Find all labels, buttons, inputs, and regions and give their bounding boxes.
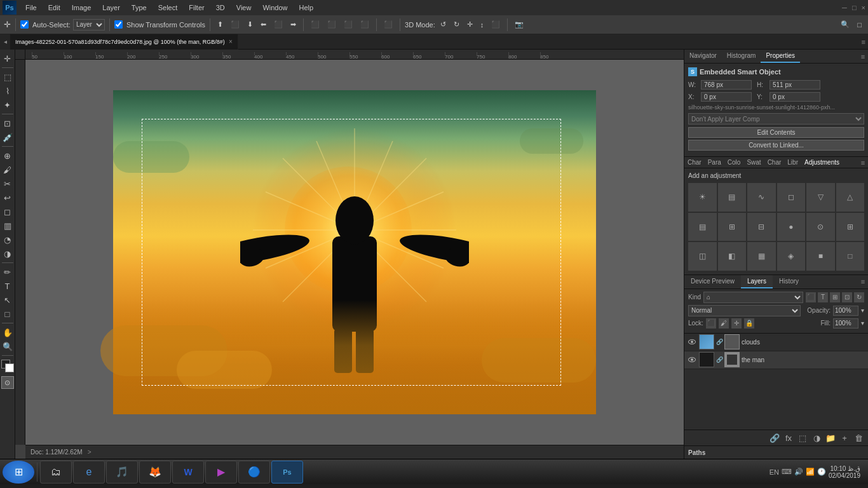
keyboard-icon[interactable]: ⌨ <box>782 468 792 476</box>
window-close[interactable]: × <box>862 4 865 11</box>
layer-visibility-theman[interactable] <box>687 355 697 365</box>
transform-controls-checkbox[interactable] <box>114 20 123 29</box>
3d-scale-btn[interactable]: ⬛ <box>489 19 503 30</box>
new-group-btn[interactable]: 📁 <box>825 432 836 444</box>
tab-adjustments[interactable]: Adjustments <box>801 157 843 168</box>
align-left-btn[interactable]: ⬅ <box>258 19 269 30</box>
align-right-btn[interactable]: ➡ <box>288 19 299 30</box>
auto-select-dropdown[interactable]: Layer Group <box>73 19 105 30</box>
3d-drag-btn[interactable]: ✛ <box>465 19 475 30</box>
distribute-btn4[interactable]: ⬛ <box>358 19 372 30</box>
menu-layer[interactable]: Layer <box>97 3 125 13</box>
adj-channelmix-btn[interactable]: ● <box>777 213 806 241</box>
tab-char[interactable]: Char <box>684 157 705 168</box>
start-button[interactable]: ⊞ <box>3 461 34 484</box>
spot-heal-btn[interactable]: ⊕ <box>1 149 14 162</box>
blend-mode-dropdown[interactable]: Normal <box>688 305 801 316</box>
w-input[interactable] <box>701 80 752 90</box>
menu-help[interactable]: Help <box>294 3 319 13</box>
tab-close[interactable]: × <box>229 38 233 45</box>
lock-all-btn[interactable]: 🔒 <box>744 318 754 329</box>
opacity-input[interactable] <box>833 306 858 316</box>
adj-exposure-btn[interactable]: ◻ <box>777 183 806 212</box>
tab-layers[interactable]: Layers <box>741 275 773 288</box>
menu-select[interactable]: Select <box>153 3 183 13</box>
distribute-btn2[interactable]: ⬛ <box>325 19 339 30</box>
tab-char2[interactable]: Char <box>764 157 785 168</box>
layers-panel-menu[interactable]: ≡ <box>858 275 868 288</box>
blur-btn[interactable]: ◔ <box>1 233 14 246</box>
tab-scroll-left[interactable]: ◂ <box>0 34 10 50</box>
3d-rotate-btn[interactable]: ↺ <box>438 19 449 30</box>
arrange-btn[interactable]: ⬛ <box>381 19 395 30</box>
adj-empty2-btn[interactable]: □ <box>836 242 865 271</box>
menu-type[interactable]: Type <box>126 3 152 13</box>
menu-image[interactable]: Image <box>67 3 97 13</box>
new-layer-btn[interactable]: + <box>839 432 850 444</box>
gradient-btn[interactable]: ▥ <box>1 219 14 232</box>
text-tool-btn[interactable]: T <box>1 280 14 292</box>
tab-histogram[interactable]: Histogram <box>722 50 761 63</box>
magic-wand-btn[interactable]: ✦ <box>1 98 14 111</box>
delete-layer-btn[interactable]: 🗑 <box>853 432 864 444</box>
adj-colorbalance-btn[interactable]: ▤ <box>688 213 717 241</box>
tab-navigator[interactable]: Navigator <box>684 50 722 63</box>
adj-gradient-btn[interactable]: ▦ <box>747 242 776 271</box>
menu-view[interactable]: View <box>231 3 257 13</box>
taskbar-word[interactable]: W <box>172 461 204 484</box>
eyedropper-btn[interactable]: 💉 <box>1 131 14 144</box>
align-hcenter-btn[interactable]: ⬛ <box>271 19 285 30</box>
clone-stamp-btn[interactable]: ✂ <box>1 177 14 190</box>
adj-vibrance-btn[interactable]: ▽ <box>806 183 835 212</box>
dodge-btn[interactable]: ◑ <box>1 247 14 260</box>
adj-bw-btn[interactable]: ⊞ <box>718 213 747 241</box>
taskbar-firefox[interactable]: 🦊 <box>139 461 171 484</box>
x-input[interactable] <box>701 92 752 102</box>
tab-para[interactable]: Para <box>705 157 724 168</box>
search-btn[interactable]: 🔍 <box>838 19 852 30</box>
taskbar-chrome[interactable]: 🔵 <box>238 461 270 484</box>
menu-filter[interactable]: Filter <box>184 3 209 13</box>
convert-to-linked-btn[interactable]: Convert to Linked... <box>688 140 864 151</box>
3d-slide-btn[interactable]: ↕ <box>478 20 487 30</box>
panel-menu-icon[interactable]: ≡ <box>862 38 865 46</box>
volume-icon[interactable]: 🔊 <box>794 468 803 476</box>
3d-roll-btn[interactable]: ↻ <box>451 19 462 30</box>
layer-link-theman[interactable]: 🔗 <box>716 352 722 367</box>
network-icon[interactable]: 📶 <box>806 468 815 476</box>
hand-tool-btn[interactable]: ✋ <box>1 326 14 339</box>
filter-adjust-btn[interactable]: T <box>818 292 828 302</box>
pen-tool-btn[interactable]: ✏ <box>1 266 14 278</box>
quick-mask-btn[interactable]: ⊙ <box>1 376 14 389</box>
tab-swatches[interactable]: Swat <box>743 157 764 168</box>
filter-refresh-btn[interactable]: ↻ <box>854 292 864 302</box>
taskbar-explorer[interactable]: 🗂 <box>40 461 72 484</box>
taskbar-ie[interactable]: e <box>73 461 105 484</box>
layer-visibility-clouds[interactable] <box>687 337 697 347</box>
canvas-content[interactable] <box>25 60 684 445</box>
workspace-btn[interactable]: □ <box>855 20 864 30</box>
tab-color[interactable]: Colo <box>724 157 744 168</box>
layer-item-theman[interactable]: 🔗 the man <box>684 351 868 369</box>
add-style-btn[interactable]: fx <box>783 432 794 444</box>
adj-colorlookup-btn[interactable]: ⊙ <box>806 213 835 241</box>
history-brush-btn[interactable]: ↩ <box>1 191 14 204</box>
align-vcenter-btn[interactable]: ⬛ <box>228 19 242 30</box>
menu-3d[interactable]: 3D <box>211 3 230 13</box>
panel-options-btn[interactable]: ≡ <box>858 50 868 63</box>
taskbar-media[interactable]: 🎵 <box>106 461 138 484</box>
adj-hs-btn[interactable]: △ <box>836 183 865 212</box>
move-tool-btn[interactable]: ✛ <box>1 52 14 65</box>
marquee-tool-btn[interactable]: ⬚ <box>1 71 14 83</box>
char-panel-menu[interactable]: ≡ <box>858 157 868 168</box>
brush-tool-btn[interactable]: 🖌 <box>1 163 14 176</box>
distribute-btn1[interactable]: ⬛ <box>308 19 322 30</box>
fill-input[interactable] <box>833 318 858 329</box>
menu-window[interactable]: Window <box>257 3 292 13</box>
kind-dropdown[interactable]: ⌂ <box>703 292 803 303</box>
shape-tool-btn[interactable]: □ <box>1 308 14 320</box>
link-layers-btn[interactable]: 🔗 <box>769 432 780 444</box>
window-minimize[interactable]: ─ <box>842 4 847 11</box>
adj-levels-btn[interactable]: ▤ <box>718 183 747 212</box>
fg-bg-colors[interactable] <box>1 360 14 372</box>
